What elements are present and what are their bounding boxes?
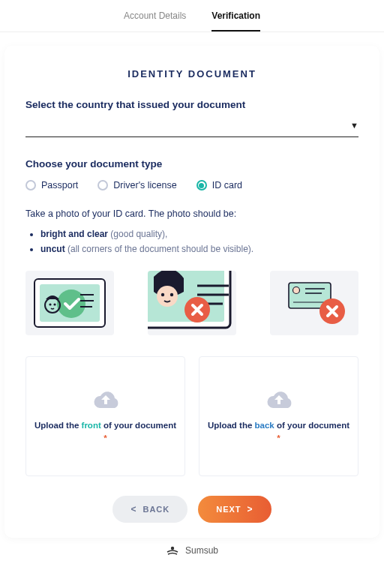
requirements-list: bright and clear (good quality), uncut (… bbox=[26, 226, 358, 257]
upload-front[interactable]: Upload the front of your document * bbox=[26, 356, 185, 476]
svg-point-24 bbox=[171, 547, 174, 550]
example-good bbox=[26, 271, 114, 335]
upload-back[interactable]: Upload the back of your document * bbox=[199, 356, 358, 476]
svg-point-2 bbox=[57, 290, 86, 318]
radio-drivers-license[interactable]: Driver's license bbox=[98, 180, 176, 190]
footer: Sumsub bbox=[0, 545, 384, 556]
svg-point-12 bbox=[161, 293, 164, 296]
req-paren: (all corners of the document should be v… bbox=[65, 244, 254, 254]
page-title: IDENTITY DOCUMENT bbox=[26, 68, 358, 80]
footer-brand: Sumsub bbox=[185, 545, 218, 556]
radio-label: Passport bbox=[41, 180, 78, 190]
radio-label: ID card bbox=[212, 180, 242, 190]
radio-id-card[interactable]: ID card bbox=[196, 180, 242, 190]
example-images bbox=[26, 271, 358, 335]
tab-account-details[interactable]: Account Details bbox=[124, 10, 186, 32]
doc-type-radios: Passport Driver's license ID card bbox=[26, 180, 358, 190]
upload-back-label: Upload the back of your document * bbox=[207, 419, 350, 444]
svg-point-4 bbox=[49, 303, 51, 305]
example-bad-cropped bbox=[148, 271, 236, 335]
svg-point-5 bbox=[53, 303, 56, 305]
cloud-upload-icon bbox=[89, 388, 122, 413]
photo-instruction: Take a photo of your ID card. The photo … bbox=[26, 208, 358, 219]
svg-point-13 bbox=[170, 293, 173, 296]
radio-icon bbox=[26, 180, 36, 190]
verification-card: IDENTITY DOCUMENT Select the country tha… bbox=[4, 46, 380, 538]
back-button[interactable]: < BACK bbox=[112, 496, 188, 523]
upload-front-label: Upload the front of your document * bbox=[34, 419, 177, 444]
doc-type-label: Choose your document type bbox=[26, 158, 358, 170]
list-item: bright and clear (good quality), bbox=[40, 226, 358, 242]
svg-point-11 bbox=[157, 286, 178, 307]
top-tabs: Account Details Verification bbox=[0, 0, 384, 32]
upload-row: Upload the front of your document * Uplo… bbox=[26, 356, 358, 476]
sumsub-logo-icon bbox=[166, 545, 179, 556]
chevron-down-icon: ▼ bbox=[350, 121, 358, 130]
example-bad-small bbox=[270, 271, 358, 335]
req-bold: uncut bbox=[40, 244, 65, 254]
req-bold: bright and clear bbox=[40, 229, 108, 239]
next-label: NEXT bbox=[216, 505, 241, 514]
cloud-upload-icon bbox=[262, 388, 296, 413]
req-paren: (good quality), bbox=[108, 229, 167, 239]
chevron-left-icon: < bbox=[130, 504, 136, 514]
next-button[interactable]: NEXT > bbox=[198, 496, 271, 523]
country-label: Select the country that issued your docu… bbox=[26, 99, 358, 110]
chevron-right-icon: > bbox=[248, 504, 254, 514]
svg-point-19 bbox=[293, 286, 300, 293]
radio-icon bbox=[98, 180, 108, 190]
radio-label: Driver's license bbox=[113, 180, 176, 190]
country-select[interactable]: ▼ bbox=[26, 121, 358, 137]
button-row: < BACK NEXT > bbox=[26, 496, 358, 523]
list-item: uncut (all corners of the document shoul… bbox=[40, 242, 358, 256]
radio-icon bbox=[196, 180, 207, 190]
back-label: BACK bbox=[142, 505, 170, 514]
radio-passport[interactable]: Passport bbox=[26, 180, 78, 190]
tab-verification[interactable]: Verification bbox=[212, 10, 260, 32]
